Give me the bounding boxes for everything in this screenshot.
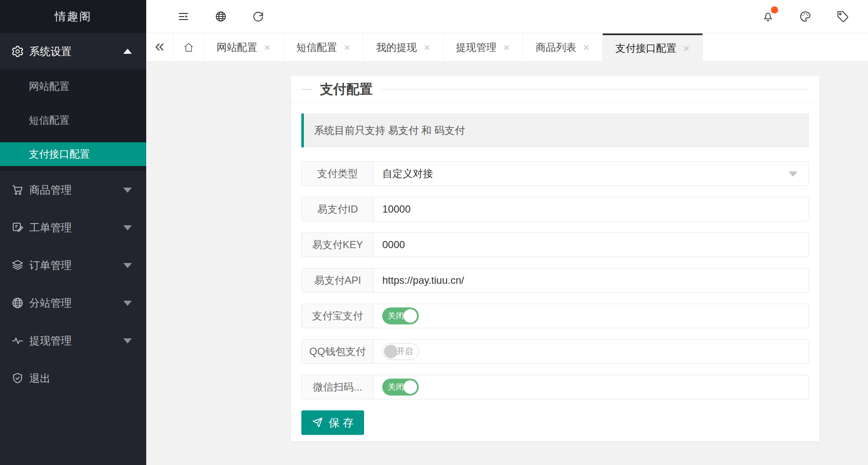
title-dash [301, 89, 312, 90]
tabbar: « 网站配置 × 短信配置 × 我的提现 × 提现管理 × 商品列表 × 支付接… [146, 33, 868, 61]
tabs: 网站配置 × 短信配置 × 我的提现 × 提现管理 × 商品列表 × 支付接口配… [204, 33, 703, 61]
toggle-state-label: 关闭 [388, 310, 404, 321]
close-icon[interactable]: × [583, 42, 590, 53]
field-label: 易支付KEY [302, 233, 374, 257]
chevron-down-icon [788, 172, 798, 177]
alipay-toggle[interactable]: 关闭 [382, 307, 419, 324]
toggle-knob [403, 380, 417, 394]
wechat-scan-toggle[interactable]: 关闭 [382, 379, 419, 396]
close-icon[interactable]: × [264, 42, 270, 53]
form-row-alipay: 支付宝支付 关闭 [301, 304, 809, 328]
globe-icon[interactable] [202, 0, 239, 33]
sidebar-subitem-site-config[interactable]: 网站配置 [0, 69, 146, 103]
sidebar-item-withdrawal-management[interactable]: 提现管理 [0, 322, 146, 360]
selected-value: 自定义对接 [382, 167, 433, 180]
payment-config-card: 支付配置 系统目前只支持 易支付 和 码支付 支付类型 自定义对接 易支付ID … [291, 76, 819, 441]
field-label: 易支付ID [302, 197, 374, 221]
title-line [380, 89, 809, 90]
epay-api-input[interactable]: https://pay.tiuu.cn/ [374, 268, 809, 292]
layers-icon [11, 259, 24, 272]
app-title: 情趣阁 [55, 9, 92, 24]
input-value: 0000 [382, 239, 405, 251]
submenu-system-settings: 网站配置 短信配置 支付接口配置 [0, 69, 146, 171]
tab-my-withdrawal[interactable]: 我的提现 × [363, 33, 443, 61]
sidebar-menu: 系统设置 网站配置 短信配置 支付接口配置 商品管理 工单管理 订单管理 分站管… [0, 33, 146, 397]
tab-payment-api-config[interactable]: 支付接口配置 × [603, 33, 703, 61]
chevron-icon [123, 301, 132, 306]
sidebar: 情趣阁 系统设置 网站配置 短信配置 支付接口配置 商品管理 工单管理 订单管理… [0, 0, 146, 465]
payment-type-select[interactable]: 自定义对接 [374, 162, 809, 185]
chevron-icon [123, 338, 132, 343]
topbar-right-icons [749, 0, 861, 33]
sidebar-item-system-settings[interactable]: 系统设置 [0, 33, 146, 69]
close-icon[interactable]: × [504, 42, 510, 53]
form-row-qq-wallet: QQ钱包支付 开启 [301, 339, 809, 364]
form-row-payment-type: 支付类型 自定义对接 [301, 161, 809, 186]
tag-icon[interactable] [824, 0, 861, 33]
chevron-icon [123, 263, 132, 268]
ticket-icon [11, 221, 24, 234]
notification-badge [771, 6, 778, 14]
tab-withdrawal-management[interactable]: 提现管理 × [443, 33, 523, 61]
epay-key-input[interactable]: 0000 [374, 233, 809, 257]
field-value: 关闭 [374, 304, 809, 328]
content-area: 支付配置 系统目前只支持 易支付 和 码支付 支付类型 自定义对接 易支付ID … [146, 61, 868, 465]
tab-sms-config[interactable]: 短信配置 × [284, 33, 363, 61]
form-row-wechat-scan: 微信扫码... 关闭 [301, 375, 809, 399]
collapse-menu-icon[interactable] [165, 0, 202, 33]
refresh-icon[interactable] [239, 0, 277, 33]
sidebar-item-ticket-management[interactable]: 工单管理 [0, 209, 146, 246]
topbar [146, 0, 868, 33]
field-label: 微信扫码... [302, 375, 374, 399]
field-label: 支付宝支付 [302, 304, 374, 328]
send-icon [312, 417, 323, 429]
app-logo: 情趣阁 [0, 0, 146, 33]
theme-palette-icon[interactable] [787, 0, 824, 33]
epay-id-input[interactable]: 10000 [374, 197, 809, 221]
home-icon [182, 41, 195, 54]
toggle-state-label: 开启 [397, 346, 413, 357]
qq-wallet-toggle[interactable]: 开启 [382, 343, 419, 360]
chevron-icon [123, 188, 132, 193]
save-label: 保 存 [328, 415, 353, 430]
sidebar-item-logout[interactable]: 退出 [0, 360, 146, 397]
input-value: https://pay.tiuu.cn/ [382, 274, 464, 286]
gear-icon [11, 45, 24, 58]
notice-banner: 系统目前只支持 易支付 和 码支付 [301, 113, 809, 147]
tab-site-config[interactable]: 网站配置 × [204, 33, 284, 61]
home-tab[interactable] [173, 33, 204, 61]
sidebar-item-substation-management[interactable]: 分站管理 [0, 284, 146, 322]
toggle-knob [403, 309, 417, 323]
chevron-icon [123, 49, 132, 54]
topbar-left-icons [165, 0, 277, 33]
field-label: 易支付API [302, 268, 374, 292]
cart-icon [11, 183, 24, 197]
field-value: 开启 [374, 340, 809, 363]
save-button[interactable]: 保 存 [301, 410, 364, 435]
shield-check-icon [11, 372, 24, 385]
form-row-epay-api: 易支付API https://pay.tiuu.cn/ [301, 268, 809, 293]
notification-bell-icon[interactable] [749, 0, 787, 33]
close-icon[interactable]: × [344, 42, 350, 53]
sidebar-item-order-management[interactable]: 订单管理 [0, 246, 146, 284]
field-value: 关闭 [374, 375, 809, 399]
sidebar-subitem-sms-config[interactable]: 短信配置 [0, 103, 146, 137]
close-icon[interactable]: × [683, 43, 690, 54]
page-title: 支付配置 [320, 80, 373, 98]
form-row-epay-id: 易支付ID 10000 [301, 197, 809, 221]
payment-form: 支付类型 自定义对接 易支付ID 10000 易支付KEY 0000 易支付AP… [301, 161, 809, 399]
input-value: 10000 [382, 203, 411, 215]
globe-icon [11, 296, 24, 310]
close-icon[interactable]: × [423, 42, 430, 53]
form-row-epay-key: 易支付KEY 0000 [301, 233, 809, 257]
notice-text: 系统目前只支持 易支付 和 码支付 [314, 124, 465, 137]
card-title-row: 支付配置 [291, 76, 819, 103]
sidebar-subitem-payment-api-config[interactable]: 支付接口配置 [0, 137, 146, 171]
chevron-icon [123, 225, 132, 230]
toggle-knob [384, 345, 398, 358]
field-label: QQ钱包支付 [302, 340, 374, 363]
tab-goods-list[interactable]: 商品列表 × [523, 33, 603, 61]
sidebar-item-goods-management[interactable]: 商品管理 [0, 171, 146, 209]
toggle-state-label: 关闭 [388, 382, 404, 393]
collapse-tabs-icon[interactable]: « [146, 33, 173, 61]
